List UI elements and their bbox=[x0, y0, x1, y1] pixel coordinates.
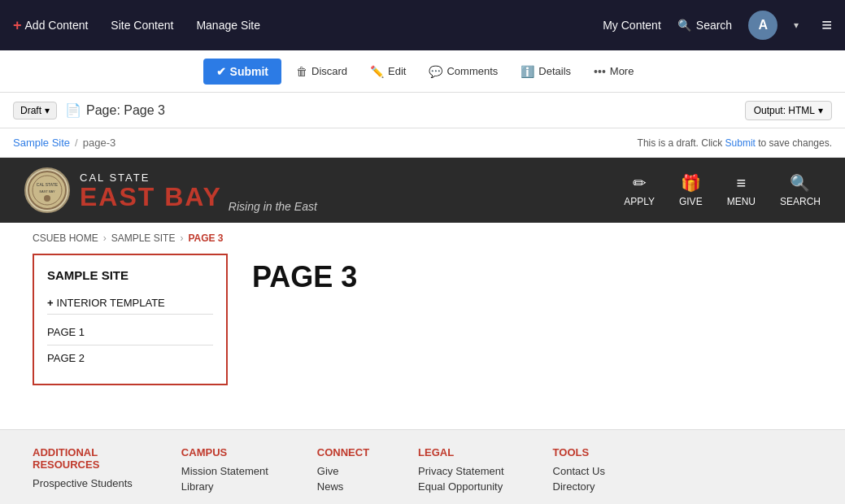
footer-area: ADDITIONALRESOURCES Prospective Students… bbox=[0, 429, 845, 504]
footer-item-contact[interactable]: Contact Us bbox=[553, 465, 605, 477]
gift-icon: 🎁 bbox=[681, 173, 701, 193]
add-content-label: Add Content bbox=[25, 19, 89, 32]
breadcrumb-separator-1: / bbox=[75, 137, 78, 149]
breadcrumb-sample-site[interactable]: Sample Site bbox=[13, 137, 70, 149]
footer-col-additional-resources: ADDITIONALRESOURCES Prospective Students bbox=[33, 446, 133, 496]
sidebar-plus-icon: + bbox=[47, 297, 54, 309]
sidebar-interior-template[interactable]: + INTERIOR TEMPLATE bbox=[47, 292, 213, 315]
content-breadcrumb-sample-site[interactable]: SAMPLE SITE bbox=[111, 232, 176, 244]
sidebar-page2-link[interactable]: PAGE 2 bbox=[47, 345, 213, 371]
page-content-right: PAGE 3 bbox=[252, 254, 357, 385]
manage-site-button[interactable]: Manage Site bbox=[196, 15, 260, 35]
sidebar-interior-label: INTERIOR TEMPLATE bbox=[57, 297, 165, 309]
footer-item-mission[interactable]: Mission Statement bbox=[181, 465, 268, 477]
sidebar-page1-label: PAGE 1 bbox=[47, 326, 85, 338]
menu-icon: ≡ bbox=[736, 174, 746, 193]
avatar[interactable]: A bbox=[748, 11, 777, 40]
sidebar-title: SAMPLE SITE bbox=[47, 268, 213, 282]
draft-badge[interactable]: Draft ▾ bbox=[13, 102, 57, 119]
more-label: More bbox=[610, 65, 634, 77]
search-button[interactable]: 🔍 Search bbox=[677, 19, 732, 32]
output-selector[interactable]: Output: HTML ▾ bbox=[745, 101, 832, 120]
discard-label: Discard bbox=[311, 65, 347, 77]
draft-label: Draft bbox=[20, 105, 41, 116]
check-icon: ✔ bbox=[216, 65, 226, 78]
edit-icon: ✏️ bbox=[370, 65, 384, 78]
search-label: Search bbox=[696, 19, 732, 32]
footer-col-connect: CONNECT Give News bbox=[317, 446, 369, 496]
give-label: GIVE bbox=[679, 196, 703, 207]
university-banner: CAL STATE EAST BAY CAL STATE EAST BAY Ri… bbox=[0, 158, 845, 223]
breadcrumb: Sample Site / page-3 bbox=[13, 137, 115, 149]
site-content-label: Site Content bbox=[111, 19, 173, 32]
hamburger-menu-button[interactable]: ≡ bbox=[821, 15, 832, 36]
submit-link[interactable]: Submit bbox=[725, 137, 756, 149]
footer-col-tools: TOOLS Contact Us Directory bbox=[553, 446, 605, 496]
search-glass-icon: 🔍 bbox=[790, 173, 810, 193]
footer-item-directory[interactable]: Directory bbox=[553, 480, 605, 493]
content-breadcrumb-home[interactable]: CSUEB HOME bbox=[33, 232, 98, 244]
footer-col-title-additional: ADDITIONALRESOURCES bbox=[33, 446, 133, 471]
banner-menu-button[interactable]: ≡ MENU bbox=[727, 174, 756, 207]
content-main: SAMPLE SITE + INTERIOR TEMPLATE PAGE 1 P… bbox=[0, 254, 845, 402]
output-label: Output: HTML bbox=[754, 105, 815, 116]
footer-item-give[interactable]: Give bbox=[317, 465, 369, 477]
footer-col-title-connect: CONNECT bbox=[317, 446, 369, 458]
add-content-button[interactable]: + Add Content bbox=[13, 14, 88, 37]
footer-col-legal: LEGAL Privacy Statement Equal Opportunit… bbox=[418, 446, 504, 496]
footer-item-library[interactable]: Library bbox=[181, 480, 268, 493]
output-chevron-icon: ▾ bbox=[818, 105, 823, 116]
banner-nav: ✏ APPLY 🎁 GIVE ≡ MENU 🔍 SEARCH bbox=[624, 173, 821, 207]
content-sep-1: › bbox=[103, 232, 107, 244]
details-label: Details bbox=[538, 65, 571, 77]
comments-icon: 💬 bbox=[429, 65, 442, 78]
banner-tagline-text: Rising in the East bbox=[229, 200, 317, 213]
top-nav-right: My Content 🔍 Search A ▾ ≡ bbox=[603, 11, 832, 40]
draft-notice: This is a draft. Click Submit to save ch… bbox=[638, 137, 832, 149]
edit-button[interactable]: ✏️ Edit bbox=[362, 60, 414, 83]
draft-chevron-icon: ▾ bbox=[45, 105, 50, 116]
comments-button[interactable]: 💬 Comments bbox=[420, 60, 506, 83]
more-button[interactable]: ••• More bbox=[586, 60, 642, 83]
footer-item-privacy[interactable]: Privacy Statement bbox=[418, 465, 504, 477]
banner-give-button[interactable]: 🎁 GIVE bbox=[679, 173, 703, 207]
sidebar-page1-link[interactable]: PAGE 1 bbox=[47, 319, 213, 345]
footer-col-title-legal: LEGAL bbox=[418, 446, 504, 458]
menu-label: MENU bbox=[727, 196, 756, 207]
details-button[interactable]: ℹ️ Details bbox=[512, 60, 579, 83]
main-wrapper: ✔ Submit 🗑 Discard ✏️ Edit 💬 Comments ℹ️… bbox=[0, 50, 845, 504]
toolbar-row: ✔ Submit 🗑 Discard ✏️ Edit 💬 Comments ℹ️… bbox=[0, 50, 845, 93]
search-icon: 🔍 bbox=[677, 19, 691, 32]
banner-apply-button[interactable]: ✏ APPLY bbox=[624, 173, 655, 207]
chevron-down-icon: ▾ bbox=[794, 20, 799, 31]
content-sep-2: › bbox=[180, 232, 183, 244]
banner-search-label: SEARCH bbox=[780, 196, 821, 207]
plus-icon: + bbox=[13, 17, 22, 34]
page-title-row: Draft ▾ 📄 Page: Page 3 Output: HTML ▾ bbox=[0, 93, 845, 128]
edit-label: Edit bbox=[388, 65, 406, 77]
top-nav-left: + Add Content Site Content Manage Site bbox=[13, 14, 603, 37]
footer-item-prospective[interactable]: Prospective Students bbox=[33, 477, 133, 489]
sidebar-nav: SAMPLE SITE + INTERIOR TEMPLATE PAGE 1 P… bbox=[33, 254, 228, 385]
discard-button[interactable]: 🗑 Discard bbox=[288, 60, 355, 83]
apply-label: APPLY bbox=[624, 196, 655, 207]
sidebar-page2-label: PAGE 2 bbox=[47, 352, 85, 364]
banner-search-button[interactable]: 🔍 SEARCH bbox=[780, 173, 821, 207]
manage-site-label: Manage Site bbox=[196, 19, 260, 32]
my-content-label: My Content bbox=[603, 19, 661, 32]
submit-button[interactable]: ✔ Submit bbox=[203, 59, 281, 85]
site-content-button[interactable]: Site Content bbox=[111, 15, 173, 35]
page-label: 📄 Page: Page 3 bbox=[65, 102, 165, 118]
svg-point-4 bbox=[44, 195, 50, 202]
footer-item-equal-opportunity[interactable]: Equal Opportunity bbox=[418, 480, 504, 493]
footer-columns: ADDITIONALRESOURCES Prospective Students… bbox=[33, 446, 812, 496]
top-nav-bar: + Add Content Site Content Manage Site M… bbox=[0, 0, 845, 50]
footer-col-title-tools: TOOLS bbox=[553, 446, 605, 458]
svg-text:CAL STATE: CAL STATE bbox=[37, 182, 59, 187]
banner-east-bay-text: EAST BAY bbox=[80, 184, 222, 210]
svg-text:EAST BAY: EAST BAY bbox=[39, 189, 55, 193]
my-content-button[interactable]: My Content bbox=[603, 19, 661, 32]
info-icon: ℹ️ bbox=[521, 65, 534, 78]
footer-item-news[interactable]: News bbox=[317, 480, 369, 493]
page-heading: PAGE 3 bbox=[252, 254, 357, 294]
